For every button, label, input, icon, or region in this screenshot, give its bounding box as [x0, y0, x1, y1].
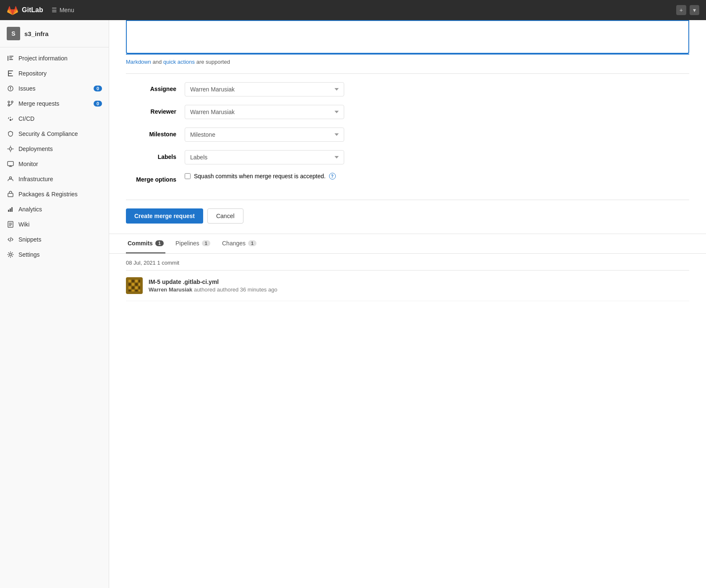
svg-rect-18	[8, 193, 13, 197]
svg-rect-21	[11, 207, 13, 212]
sidebar-label-monitor: Monitor	[18, 161, 102, 167]
milestone-row: Milestone Milestone	[109, 127, 706, 142]
merge-options-row: Merge options Squash commits when merge …	[109, 173, 706, 183]
merge-options-control: Squash commits when merge request is acc…	[185, 173, 344, 180]
tab-changes-label: Changes	[222, 240, 246, 247]
commit-title[interactable]: IM-5 update .gitlab-ci.yml	[149, 278, 689, 285]
sidebar-item-merge-requests[interactable]: Merge requests 0	[0, 96, 109, 111]
tab-commits[interactable]: Commits 1	[126, 234, 165, 253]
deployments-icon	[7, 145, 14, 153]
svg-rect-2	[9, 57, 12, 58]
svg-rect-16	[8, 161, 13, 166]
sidebar-item-analytics[interactable]: Analytics	[0, 202, 109, 217]
svg-point-15	[9, 148, 12, 150]
layout: S s3_infra Project information Repositor…	[0, 20, 706, 588]
svg-point-23	[10, 254, 12, 256]
cancel-button[interactable]: Cancel	[207, 208, 243, 224]
assignee-select[interactable]: Warren Marusiak	[185, 82, 344, 96]
svg-rect-1	[9, 56, 13, 57]
labels-control: Labels	[185, 150, 344, 164]
hamburger-icon: ☰	[52, 7, 57, 13]
markdown-textarea[interactable]	[126, 20, 689, 54]
tab-commits-label: Commits	[128, 240, 153, 247]
sidebar-item-wiki[interactable]: Wiki	[0, 217, 109, 232]
svg-rect-0	[8, 56, 8, 61]
sidebar-item-security-compliance[interactable]: Security & Compliance	[0, 126, 109, 141]
svg-rect-40	[139, 290, 140, 291]
assignee-label: Assignee	[118, 82, 185, 92]
cicd-icon	[7, 115, 14, 122]
svg-rect-5	[8, 70, 13, 71]
svg-rect-20	[10, 208, 11, 212]
squash-help-icon[interactable]: ?	[329, 173, 336, 180]
issues-icon	[7, 85, 14, 92]
sidebar-label-deployments: Deployments	[18, 146, 102, 152]
gitlab-logo[interactable]: GitLab	[7, 4, 43, 16]
sidebar-label-snippets: Snippets	[18, 236, 102, 243]
new-button[interactable]: +	[676, 5, 686, 15]
svg-rect-39	[135, 290, 138, 291]
svg-rect-7	[8, 75, 13, 76]
tab-pipelines-count: 1	[202, 240, 210, 246]
info-icon	[7, 55, 14, 62]
monitor-icon	[7, 160, 14, 168]
svg-rect-10	[10, 89, 11, 90]
sidebar-label-repository: Repository	[18, 70, 102, 77]
svg-rect-34	[132, 286, 134, 289]
sidebar-item-snippets[interactable]: Snippets	[0, 232, 109, 247]
reviewer-row: Reviewer Warren Marusiak	[109, 105, 706, 119]
squash-label: Squash commits when merge request is acc…	[194, 173, 326, 180]
quick-actions-link[interactable]: quick actions	[163, 59, 195, 65]
analytics-icon	[7, 206, 14, 213]
sidebar-item-settings[interactable]: Settings	[0, 247, 109, 262]
repository-icon	[7, 70, 14, 77]
sidebar-item-project-information[interactable]: Project information	[0, 51, 109, 66]
wiki-icon	[7, 221, 14, 228]
create-merge-request-button[interactable]: Create merge request	[126, 208, 203, 224]
issues-badge: 0	[94, 86, 102, 91]
form-buttons: Create merge request Cancel	[109, 200, 706, 234]
tab-changes[interactable]: Changes 1	[220, 234, 258, 253]
sidebar-label-security-compliance: Security & Compliance	[18, 130, 102, 137]
milestone-control: Milestone	[185, 127, 344, 142]
tabs-section: Commits 1 Pipelines 1 Changes 1	[109, 234, 706, 254]
sidebar-label-wiki: Wiki	[18, 221, 102, 228]
merge-options-label: Merge options	[118, 173, 185, 183]
sidebar-item-monitor[interactable]: Monitor	[0, 156, 109, 172]
avatar-pattern-icon	[127, 278, 142, 293]
sidebar-item-infrastructure[interactable]: Infrastructure	[0, 172, 109, 187]
sidebar-item-packages-registries[interactable]: Packages & Registries	[0, 187, 109, 202]
svg-point-11	[8, 101, 10, 103]
reviewer-select[interactable]: Warren Marusiak	[185, 105, 344, 119]
menu-button[interactable]: ☰ Menu	[52, 7, 74, 13]
svg-rect-37	[128, 290, 131, 291]
infrastructure-icon	[7, 175, 14, 183]
snippets-icon	[7, 236, 14, 243]
svg-rect-28	[139, 280, 140, 282]
squash-checkbox[interactable]	[185, 173, 191, 179]
chevron-button[interactable]: ▾	[690, 5, 699, 15]
sidebar-item-deployments[interactable]: Deployments	[0, 141, 109, 156]
svg-point-17	[10, 177, 12, 179]
svg-rect-38	[132, 290, 134, 291]
merge-requests-badge: 0	[94, 101, 102, 107]
tab-pipelines[interactable]: Pipelines 1	[174, 234, 212, 253]
svg-rect-29	[128, 283, 131, 286]
labels-select[interactable]: Labels	[185, 150, 344, 164]
sidebar-item-repository[interactable]: Repository	[0, 66, 109, 81]
markdown-link[interactable]: Markdown	[126, 59, 151, 65]
svg-rect-32	[139, 283, 140, 286]
sidebar-item-issues[interactable]: Issues 0	[0, 81, 109, 96]
packages-icon	[7, 190, 14, 198]
sidebar-item-cicd[interactable]: CI/CD	[0, 111, 109, 126]
gitlab-fox-icon	[7, 4, 18, 16]
svg-rect-33	[128, 286, 131, 289]
svg-rect-35	[135, 286, 138, 289]
main-content: Markdown and quick actions are supported…	[109, 20, 706, 588]
svg-point-13	[11, 101, 13, 103]
milestone-select[interactable]: Milestone	[185, 127, 344, 142]
merge-request-icon	[7, 100, 14, 107]
assignee-row: Assignee Warren Marusiak	[109, 82, 706, 96]
sidebar-label-analytics: Analytics	[18, 206, 102, 213]
form-section: Assignee Warren Marusiak Reviewer Warren…	[109, 74, 706, 200]
